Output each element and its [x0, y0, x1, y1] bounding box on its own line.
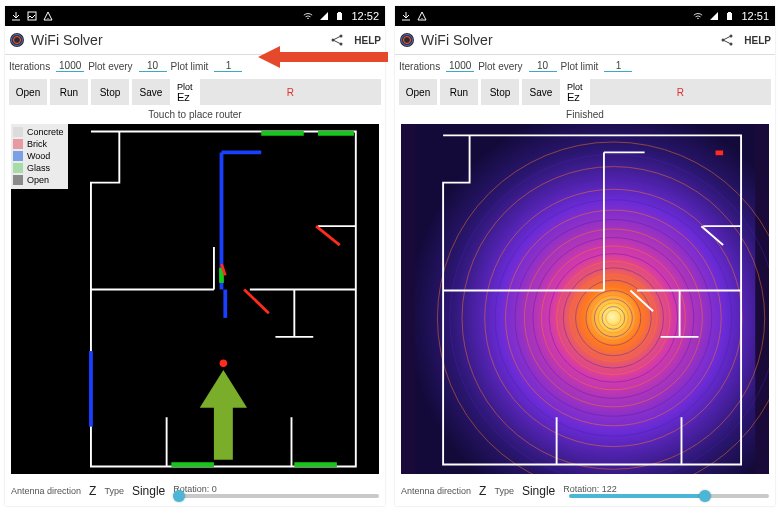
- swatch-open: [13, 175, 23, 185]
- swatch-glass: [13, 163, 23, 173]
- plot-every-label: Plot every: [478, 61, 522, 72]
- params-row: Iterations 1000 Plot every 10 Plot limit…: [395, 55, 775, 77]
- swatch-wood: [13, 151, 23, 161]
- iterations-input[interactable]: 1000: [56, 60, 84, 72]
- floorplan-canvas[interactable]: Concrete Brick Wood Glass Open: [11, 124, 379, 474]
- legend-concrete: Concrete: [27, 127, 64, 137]
- plot-limit-label: Plot limit: [561, 61, 599, 72]
- svg-point-32: [421, 18, 422, 19]
- type-label: Type: [494, 487, 514, 496]
- save-button[interactable]: Save: [132, 79, 170, 105]
- app-logo-icon: [399, 32, 415, 48]
- rotation-label: Rotation: 0: [173, 484, 379, 494]
- share-icon[interactable]: [720, 33, 734, 47]
- antenna-value[interactable]: Z: [479, 484, 486, 498]
- svg-line-27: [244, 290, 269, 314]
- r-button[interactable]: R: [590, 79, 771, 105]
- rotation-label: Rotation: 122: [563, 484, 769, 494]
- svg-rect-34: [728, 12, 731, 13]
- plot-value: Ez: [177, 91, 193, 103]
- svg-point-1: [47, 18, 48, 19]
- legend-wood: Wood: [27, 151, 50, 161]
- plot-every-label: Plot every: [88, 61, 132, 72]
- button-row: Open Run Stop Save Plot Ez R: [395, 77, 775, 107]
- r-button[interactable]: R: [200, 79, 381, 105]
- svg-point-35: [400, 33, 414, 47]
- svg-point-4: [10, 33, 24, 47]
- svg-marker-31: [200, 370, 247, 460]
- legend-open: Open: [27, 175, 49, 185]
- swatch-brick: [13, 139, 23, 149]
- app-bar: WiFi Solver HELP: [395, 26, 775, 55]
- iterations-input[interactable]: 1000: [446, 60, 474, 72]
- run-button[interactable]: Run: [50, 79, 88, 105]
- svg-line-28: [316, 226, 340, 245]
- help-button[interactable]: HELP: [354, 35, 381, 46]
- status-time: 12:51: [741, 10, 769, 22]
- signal-icon: [319, 11, 329, 21]
- run-button[interactable]: Run: [440, 79, 478, 105]
- swatch-concrete: [13, 127, 23, 137]
- warning-icon: [43, 11, 53, 21]
- svg-rect-77: [716, 150, 724, 155]
- plot-limit-input[interactable]: 1: [604, 60, 632, 72]
- plot-value: Ez: [567, 91, 583, 103]
- params-row: Iterations 1000 Plot every 10 Plot limit…: [5, 55, 385, 77]
- up-arrow-icon: [200, 370, 247, 460]
- wifi-icon: [303, 11, 313, 21]
- save-button[interactable]: Save: [522, 79, 560, 105]
- type-value[interactable]: Single: [522, 484, 555, 498]
- plot-limit-label: Plot limit: [171, 61, 209, 72]
- plot-select[interactable]: Plot Ez: [173, 79, 197, 105]
- wifi-icon: [693, 11, 703, 21]
- iterations-label: Iterations: [9, 61, 50, 72]
- plot-every-input[interactable]: 10: [139, 60, 167, 72]
- help-button[interactable]: HELP: [744, 35, 771, 46]
- antenna-value[interactable]: Z: [89, 484, 96, 498]
- download-icon: [401, 11, 411, 21]
- stop-button[interactable]: Stop: [481, 79, 519, 105]
- bottom-controls: Antenna direction Z Type Single Rotation…: [5, 476, 385, 506]
- materials-legend: Concrete Brick Wood Glass Open: [11, 124, 68, 189]
- svg-rect-0: [28, 12, 36, 20]
- type-value[interactable]: Single: [132, 484, 165, 498]
- bottom-controls: Antenna direction Z Type Single Rotation…: [395, 476, 775, 506]
- legend-brick: Brick: [27, 139, 47, 149]
- hint-text: Touch to place router: [5, 107, 385, 122]
- open-button[interactable]: Open: [9, 79, 47, 105]
- svg-rect-2: [337, 13, 342, 20]
- page-title: WiFi Solver: [421, 32, 493, 48]
- download-icon: [11, 11, 21, 21]
- rotation-slider[interactable]: [179, 494, 379, 498]
- hint-text: Finished: [395, 107, 775, 122]
- stop-button[interactable]: Stop: [91, 79, 129, 105]
- app-logo-icon: [9, 32, 25, 48]
- picture-icon: [27, 11, 37, 21]
- legend-glass: Glass: [27, 163, 50, 173]
- antenna-label: Antenna direction: [401, 487, 471, 496]
- status-time: 12:52: [351, 10, 379, 22]
- battery-icon: [725, 11, 735, 21]
- signal-icon: [709, 11, 719, 21]
- button-row: Open Run Stop Save Plot Ez R: [5, 77, 385, 107]
- plot-select[interactable]: Plot Ez: [563, 79, 587, 105]
- rotation-slider[interactable]: [569, 494, 769, 498]
- app-bar: WiFi Solver HELP: [5, 26, 385, 55]
- iterations-label: Iterations: [399, 61, 440, 72]
- share-icon[interactable]: [330, 33, 344, 47]
- svg-rect-3: [338, 12, 341, 13]
- plot-every-input[interactable]: 10: [529, 60, 557, 72]
- simulation-canvas[interactable]: [401, 124, 769, 474]
- plot-limit-input[interactable]: 1: [214, 60, 242, 72]
- antenna-label: Antenna direction: [11, 487, 81, 496]
- open-button[interactable]: Open: [399, 79, 437, 105]
- type-label: Type: [104, 487, 124, 496]
- battery-icon: [335, 11, 345, 21]
- status-bar: 12:52: [5, 6, 385, 26]
- warning-icon: [417, 11, 427, 21]
- page-title: WiFi Solver: [31, 32, 103, 48]
- svg-point-30: [220, 360, 228, 368]
- status-bar: 12:51: [395, 6, 775, 26]
- svg-rect-33: [727, 13, 732, 20]
